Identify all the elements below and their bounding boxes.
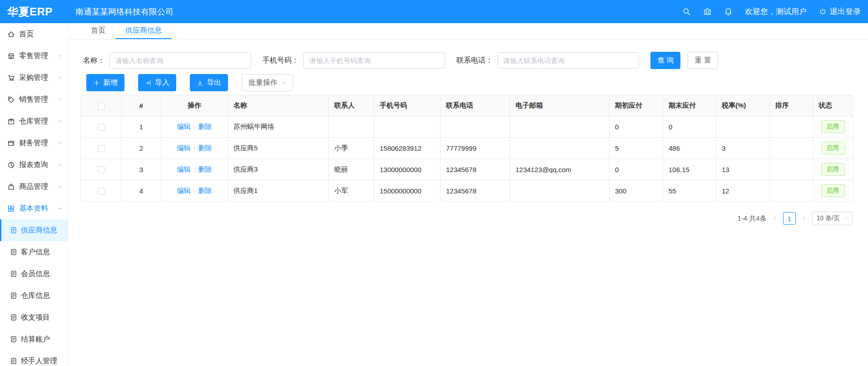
col-header-phone: 手机号码 (374, 95, 441, 116)
sidebar-item-settlement-account[interactable]: 结算账户 (0, 328, 68, 350)
import-button[interactable]: 导入 (138, 74, 176, 91)
pagination: 1-4 共4条 1 10 条/页 (80, 212, 853, 225)
tel-filter-input[interactable] (497, 52, 639, 69)
sidebar-item-warehouse-info[interactable]: 仓库信息 (0, 285, 68, 307)
export-button[interactable]: 导出 (190, 74, 228, 91)
chart-icon (7, 161, 15, 169)
row-checkbox[interactable] (98, 188, 105, 195)
batch-operations-button[interactable]: 批量操作 (242, 74, 293, 91)
delete-link[interactable]: 删除 (198, 123, 212, 130)
add-button[interactable]: 新增 (86, 74, 124, 91)
chevron-up-icon (58, 206, 63, 211)
divider (194, 188, 195, 194)
sidebar-item-home[interactable]: 首页 (0, 23, 68, 45)
logout-button[interactable]: 退出登录 (819, 6, 861, 17)
col-header-sort: 排序 (770, 95, 813, 116)
cell-email (510, 138, 610, 159)
cell-email (510, 180, 610, 202)
chevron-down-icon (58, 75, 63, 80)
row-index: 1 (122, 116, 161, 138)
page-size-select[interactable]: 10 条/页 (812, 212, 853, 225)
topbar-actions: 欢迎您，测试用户 退出登录 (682, 6, 868, 17)
tab-supplier-info[interactable]: 供应商信息 (115, 23, 172, 39)
cell-begin-payable: 300 (610, 180, 663, 202)
cell-phone: 13000000000 (374, 159, 441, 180)
sidebar-item-member-info[interactable]: 会员信息 (0, 263, 68, 285)
bell-icon[interactable] (724, 7, 733, 16)
page-number-button[interactable]: 1 (783, 212, 796, 225)
row-index: 4 (122, 180, 161, 202)
document-icon (10, 314, 17, 321)
sidebar-item-basic-data[interactable]: 基本资料 (0, 198, 68, 219)
sidebar-item-retail[interactable]: 零售管理 (0, 45, 68, 67)
cell-contact: 晓丽 (329, 159, 374, 180)
app-logo: 华夏ERP (0, 5, 68, 19)
tab-bar: 首页 供应商信息 (68, 23, 868, 40)
home-icon (7, 30, 15, 38)
shop-icon (7, 52, 15, 60)
edit-link[interactable]: 编辑 (177, 165, 191, 173)
name-filter-input[interactable] (109, 52, 251, 69)
col-header-begin-payable: 期初应付 (610, 95, 663, 116)
cell-tel: 12345678 (441, 180, 510, 202)
edit-link[interactable]: 编辑 (177, 123, 191, 130)
name-filter-label: 名称： (83, 56, 105, 65)
col-header-status: 状态 (813, 95, 853, 116)
prev-page-button[interactable] (772, 215, 778, 222)
sidebar-item-supplier-info[interactable]: 供应商信息 (0, 219, 68, 241)
row-checkbox[interactable] (98, 145, 105, 152)
box-icon (7, 118, 15, 125)
delete-link[interactable]: 删除 (198, 187, 212, 194)
pagination-total: 1-4 共4条 (737, 214, 766, 223)
bank-icon[interactable] (703, 7, 712, 16)
welcome-text: 欢迎您，测试用户 (745, 6, 807, 17)
supplier-panel: 名称： 手机号码： 联系电话： 查 询 重 置 新增 导入 (68, 52, 868, 225)
search-button[interactable]: 查 询 (650, 52, 680, 69)
cell-phone: 15000000000 (374, 180, 441, 202)
status-badge[interactable]: 启用 (821, 184, 845, 197)
tab-home[interactable]: 首页 (81, 23, 115, 39)
sidebar-item-products[interactable]: 商品管理 (0, 176, 68, 198)
edit-link[interactable]: 编辑 (177, 144, 191, 152)
sidebar-item-finance[interactable]: 财务管理 (0, 132, 68, 154)
table-row: 1 编辑删除 苏州蜗牛网络 0 0 启用 (81, 116, 853, 138)
sidebar-item-warehouse[interactable]: 仓库管理 (0, 110, 68, 132)
cell-begin-payable: 0 (610, 116, 663, 138)
edit-link[interactable]: 编辑 (177, 187, 191, 194)
row-actions: 编辑删除 (161, 138, 228, 159)
select-all-checkbox[interactable] (98, 103, 105, 110)
reset-button[interactable]: 重 置 (688, 52, 718, 69)
sidebar-item-income-expense[interactable]: 收支项目 (0, 307, 68, 328)
next-page-button[interactable] (801, 215, 807, 222)
row-checkbox[interactable] (98, 124, 105, 131)
sidebar-item-handler-management[interactable]: 经手人管理 (0, 350, 68, 366)
sidebar-item-reports[interactable]: 报表查询 (0, 154, 68, 176)
row-checkbox[interactable] (98, 166, 105, 173)
table-row: 4 编辑删除 供应商1 小军 15000000000 12345678 300 … (81, 180, 853, 202)
sidebar-item-customer-info[interactable]: 客户信息 (0, 241, 68, 263)
delete-link[interactable]: 删除 (198, 165, 212, 173)
plus-icon (93, 79, 100, 86)
table-row: 3 编辑删除 供应商3 晓丽 13000000000 12345678 1234… (81, 159, 853, 180)
status-badge[interactable]: 启用 (821, 142, 845, 154)
cell-end-payable: 0 (663, 116, 716, 138)
table-header-row: # 操作 名称 联系人 手机号码 联系电话 电子邮箱 期初应付 期末应付 税率(… (81, 95, 853, 116)
sidebar-item-sales[interactable]: 销售管理 (0, 89, 68, 110)
chevron-down-icon (58, 53, 63, 59)
col-header-tax-rate: 税率(%) (716, 95, 770, 116)
phone-filter-input[interactable] (303, 52, 445, 69)
wallet-icon (7, 139, 15, 147)
status-badge[interactable]: 启用 (821, 163, 845, 176)
chevron-down-icon (843, 216, 848, 221)
cell-end-payable: 106.15 (663, 159, 716, 180)
cell-tax-rate (716, 116, 770, 138)
col-header-end-payable: 期末应付 (663, 95, 716, 116)
delete-link[interactable]: 删除 (198, 144, 212, 152)
cell-tax-rate: 3 (716, 138, 770, 159)
search-icon[interactable] (682, 7, 691, 16)
cell-phone (374, 116, 441, 138)
cell-name: 苏州蜗牛网络 (228, 116, 329, 138)
status-badge[interactable]: 启用 (821, 120, 845, 133)
sidebar-item-purchase[interactable]: 采购管理 (0, 67, 68, 89)
cell-tax-rate: 13 (716, 159, 770, 180)
